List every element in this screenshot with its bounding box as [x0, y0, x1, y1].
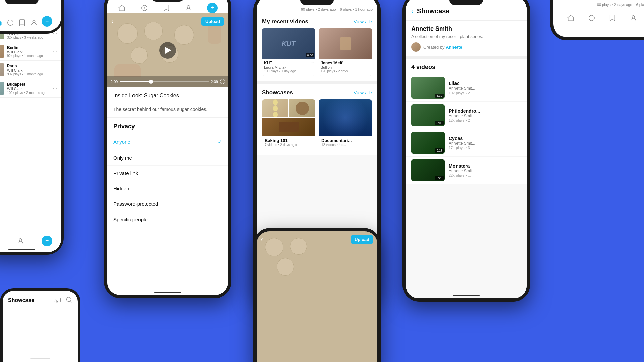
- showcase-thumb-doc: [319, 99, 372, 136]
- video-title: Inside Look: Sugar Cookies: [113, 93, 222, 99]
- recent-video-card-jones[interactable]: Jones 'Melt' Bullion 120 plays • 2 days …: [319, 28, 372, 76]
- privacy-option-label: Hidden: [113, 186, 129, 191]
- upload-button[interactable]: Upload: [201, 17, 224, 26]
- rv-title: KUT: [264, 61, 313, 65]
- back-button-bottom[interactable]: ‹: [261, 235, 263, 243]
- showcase-card-baking[interactable]: Baking 101 7 videos • 2 days ago ···: [262, 99, 315, 149]
- phone-top-right-partial: 60 plays • 2 days ago 6 plays • 1 hour a…: [550, 0, 644, 40]
- check-icon: ✓: [218, 139, 222, 145]
- progress-bar-container: 2:09 2:09 ⛶: [107, 76, 228, 87]
- nav-home[interactable]: [118, 4, 126, 12]
- more-button-jones[interactable]: ···: [367, 60, 371, 65]
- cast-icon[interactable]: [54, 296, 61, 304]
- nav-profile[interactable]: [184, 4, 193, 12]
- list-item[interactable]: 7:29 Paris Will Clark 90k plays • 1 mont…: [0, 61, 61, 79]
- play-triangle-icon: [165, 47, 171, 54]
- showcase-video-item-monstera[interactable]: 6:26 Monstera Annette Smit... 22k plays …: [406, 157, 527, 184]
- privacy-section: Privacy Anyone ✓ Only me Private link Hi…: [107, 118, 228, 227]
- creator-name-link[interactable]: Annette: [446, 45, 462, 50]
- videos-count-section: 4 videos: [406, 59, 527, 74]
- more-button[interactable]: ···: [53, 49, 58, 54]
- back-arrow-icon[interactable]: ‹: [411, 7, 414, 15]
- nav-profile[interactable]: [16, 237, 24, 245]
- more-button-kut[interactable]: ···: [311, 60, 314, 65]
- more-button[interactable]: ···: [53, 67, 58, 72]
- upload-button-bottom[interactable]: Upload: [351, 235, 373, 244]
- video-meta: 90k plays • 1 month ago: [7, 72, 50, 76]
- showcase-video-item-lilac[interactable]: 5:30 Lilac Annette Smit... 10k plays • 2: [406, 74, 527, 102]
- home-indicator-right: [453, 295, 480, 296]
- privacy-option-hidden[interactable]: Hidden: [107, 181, 228, 196]
- notch-left: [5, 0, 39, 4]
- top-stats-bar: 60 plays • 2 days ago 6 plays • 1 hour a…: [553, 0, 644, 8]
- nav-explore-top-right[interactable]: [588, 14, 596, 22]
- sv-duration-lilac: 5:30: [435, 94, 444, 98]
- progress-track[interactable]: [120, 81, 209, 82]
- showcase-name: Baking 101: [265, 138, 313, 143]
- nav-home-partial[interactable]: [0, 19, 3, 27]
- more-button-doc[interactable]: ···: [367, 101, 371, 105]
- nav-add-button[interactable]: +: [207, 3, 218, 13]
- nav-home-top-right[interactable]: [567, 14, 575, 22]
- video-title: Paris: [7, 64, 50, 68]
- showcase-info-doc: Documentari... 12 videos • 4 d...: [319, 136, 372, 149]
- progress-time-row: 2:09 2:09 ⛶: [111, 79, 225, 84]
- phone-top-left-partial: +: [0, 0, 64, 34]
- back-button[interactable]: ‹: [111, 17, 114, 25]
- sv-info-cycas: Cycas Annette Smit... 17k plays • 3: [449, 136, 521, 150]
- showcase-video-item-cycas[interactable]: 3:17 Cycas Annette Smit... 17k plays • 3: [406, 129, 527, 157]
- video-player: Upload ‹ 2:09 2:09 ⛶: [107, 13, 228, 87]
- nav-explore-partial[interactable]: [6, 19, 14, 27]
- video-thumbnail: 7:29: [0, 82, 4, 95]
- privacy-option-specific[interactable]: Specific people: [107, 212, 228, 227]
- play-button[interactable]: [159, 42, 176, 59]
- privacy-option-anyone[interactable]: Anyone ✓: [107, 134, 228, 150]
- privacy-option-label: Private link: [113, 170, 138, 176]
- nav-profile-partial[interactable]: [30, 19, 38, 27]
- sv-info-lilac: Lilac Annette Smit... 10k plays • 2: [449, 81, 521, 95]
- more-button[interactable]: ···: [53, 85, 58, 91]
- more-button-baking[interactable]: ···: [311, 101, 314, 105]
- list-item[interactable]: 7:29 Berlin Will Clark 92k plays • 1 mon…: [0, 42, 61, 61]
- sv-thumb-cycas: 3:17: [411, 132, 445, 154]
- showcases-view-all[interactable]: View all ›: [354, 90, 372, 95]
- view-all-link[interactable]: View all ›: [354, 19, 372, 24]
- recent-videos-title: My recent videos: [262, 18, 308, 25]
- privacy-option-password[interactable]: Password-protected: [107, 196, 228, 212]
- nav-add-button[interactable]: +: [42, 236, 52, 246]
- showcases-section: Showcases View all ›: [257, 84, 377, 155]
- stat-right: 6 plays • 1 hour ago: [340, 7, 373, 11]
- icon-row: [54, 296, 72, 304]
- nav-add-partial[interactable]: +: [42, 16, 52, 27]
- home-indicator-bottomleft: [30, 358, 50, 359]
- nav-profile-top-right[interactable]: [629, 14, 637, 22]
- nav-bookmark[interactable]: [162, 4, 170, 12]
- list-item[interactable]: 7:29 Budapest Will Clark 102k plays • 2 …: [0, 79, 61, 98]
- svg-point-0: [19, 238, 21, 241]
- video-info-jones: Jones 'Melt' Bullion 120 plays • 2 days: [319, 59, 372, 76]
- phone-left: 7:29 Amsterdam Will Clark 12k plays • 2 …: [0, 0, 64, 255]
- recent-video-card-kut[interactable]: KUT 0:00 KUT Lucija Mrzljak 100 plays • …: [262, 28, 315, 76]
- nav-bookmark-partial[interactable]: [18, 19, 26, 27]
- fullscreen-icon[interactable]: ⛶: [220, 79, 225, 84]
- sv-info-philo: Philodendro... Annette Smit... 12k plays…: [449, 108, 521, 122]
- privacy-option-onlyme[interactable]: Only me: [107, 150, 228, 166]
- showcase-video-list: 5:30 Lilac Annette Smit... 10k plays • 2…: [406, 74, 527, 184]
- search-icon[interactable]: [66, 296, 72, 304]
- created-by-label: Created by Annette: [423, 45, 462, 50]
- phone-right-inner: ‹ Showcase Annette Smith A collection of…: [406, 0, 527, 298]
- creator-section: Annette Smith A collection of my recent …: [406, 21, 527, 59]
- showcase-video-item-philo[interactable]: 8:00 Philodendro... Annette Smit... 12k …: [406, 102, 527, 129]
- nav-explore[interactable]: [140, 4, 148, 12]
- baking-thumb-1: [262, 99, 288, 117]
- privacy-option-privatelink[interactable]: Private link: [107, 166, 228, 181]
- sv-title: Monstera: [449, 163, 521, 169]
- stat-left: 60 plays • 2 days ago: [301, 7, 336, 11]
- privacy-heading: Privacy: [107, 118, 228, 134]
- svg-point-11: [632, 16, 635, 18]
- video-meta: 92k plays • 1 month ago: [7, 54, 50, 58]
- nav-bookmark-top-right[interactable]: [608, 14, 616, 22]
- privacy-option-label: Specific people: [113, 217, 148, 222]
- sv-info-monstera: Monstera Annette Smit... 22k plays • ...: [449, 163, 521, 177]
- showcase-card-documentary[interactable]: Documentari... 12 videos • 4 d... ···: [319, 99, 372, 149]
